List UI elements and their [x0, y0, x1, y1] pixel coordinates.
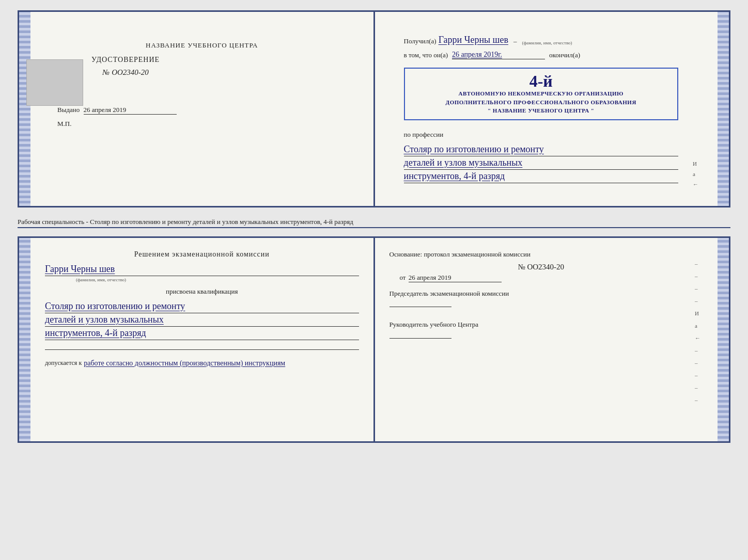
spine-right-bottom	[718, 238, 729, 441]
rukovoditel-label: Руководитель учебного Центра	[389, 321, 479, 328]
stamp-year: 4-й	[412, 73, 671, 89]
spine-left-bottom	[19, 238, 30, 441]
stamp-line3: " НАЗВАНИЕ УЧЕБНОГО ЦЕНТРА "	[412, 106, 671, 115]
stamp-line2: ДОПОЛНИТЕЛЬНОГО ПРОФЕССИОНАЛЬНОГО ОБРАЗО…	[412, 98, 671, 107]
poluchil-line: Получил(а) Гарри Черны шев – (фамилия, и…	[404, 35, 679, 45]
number-bottom: № OO2340-20	[389, 263, 693, 271]
vydano-label: Выдано	[57, 106, 80, 114]
vtom-chto-line: в том, что он(а) 26 апреля 2019г. окончи…	[404, 51, 679, 59]
qual-line2: деталей и узлов музыкальных	[45, 314, 359, 327]
right-page-content: Получил(а) Гарри Черны шев – (фамилия, и…	[392, 26, 691, 191]
bottom-document: Решением экзаменационной комиссии Гарри …	[18, 236, 730, 443]
profession-line3-top: инструментов, 4-й разряд	[404, 171, 679, 183]
dash1: –	[695, 261, 701, 267]
org-name-top: НАЗВАНИЕ УЧЕБНОГО ЦЕНТРА	[135, 37, 268, 54]
dash3: –	[695, 285, 701, 292]
side-arrow-top: ←	[693, 181, 699, 187]
dopuskaetsya-line: допускается к работе согласно должностны…	[45, 359, 359, 367]
udostoverenie-number: № OO2340-20	[91, 66, 160, 78]
side-a-top: а	[693, 171, 699, 177]
dash8: –	[695, 385, 701, 391]
fio-hint-bottom: (фамилия, имя, отчество)	[45, 277, 359, 282]
vtom-label: в том, что он(а)	[404, 51, 448, 59]
dash5: –	[695, 347, 701, 354]
bottom-left-page: Решением экзаменационной комиссии Гарри …	[30, 238, 375, 441]
profession-line2-top: деталей и узлов музыкальных	[404, 157, 679, 170]
side-captions-top: И а ←	[691, 26, 701, 191]
spine-left	[19, 12, 30, 206]
dopuskaetsya-label: допускается к	[45, 359, 82, 367]
dash7: –	[695, 372, 701, 378]
side-arrow-bottom: ←	[695, 335, 701, 341]
middle-caption: Рабочая специальность - Столяр по изгото…	[18, 216, 730, 228]
ot-date-value: 26 апреля 2019	[409, 274, 502, 282]
photo-placeholder	[26, 59, 83, 106]
dash2: –	[695, 273, 701, 279]
predsedatel-block: Председатель экзаменационной комиссии	[389, 289, 693, 308]
profession-lines-top: Столяр по изготовлению и ремонту деталей…	[404, 144, 679, 183]
prisvoena-text: присвоена квалификация	[45, 287, 359, 296]
okonchil-label: окончил(а)	[549, 51, 580, 59]
udostoverenie-section: УДОСТОВЕРЕНИЕ № OO2340-20	[91, 54, 160, 78]
predsedatel-label: Председатель экзаменационной комиссии	[389, 290, 509, 297]
qual-line1: Столяр по изготовлению и ремонту	[45, 301, 359, 313]
fio-hint-top: (фамилия, имя, отчество)	[522, 40, 572, 45]
bottom-right-page: Основание: протокол экзаменационной коми…	[375, 238, 718, 441]
top-left-page: НАЗВАНИЕ УЧЕБНОГО ЦЕНТРА УДОСТОВЕРЕНИЕ №…	[30, 12, 375, 206]
dash9: –	[695, 397, 701, 403]
side-i-top: И	[693, 161, 699, 167]
vtom-date: 26 апреля 2019г.	[452, 51, 545, 59]
side-captions-bottom: – – – – И а ← – – – – –	[693, 250, 703, 429]
mp-line: М.П.	[57, 120, 347, 128]
predsedatel-sig-line	[389, 307, 451, 307]
side-i-bottom: И	[695, 310, 701, 316]
dash4: –	[695, 298, 701, 304]
spine-right-top	[718, 12, 729, 206]
top-right-page: Получил(а) Гарри Черны шев – (фамилия, и…	[375, 12, 718, 206]
profession-line1-top: Столяр по изготовлению и ремонту	[404, 144, 679, 156]
rukovoditel-sig-line	[389, 338, 451, 339]
stamp-line1: АВТОНОМНУЮ НЕКОММЕРЧЕСКУЮ ОРГАНИЗАЦИЮ	[412, 89, 671, 98]
stamp-box: 4-й АВТОНОМНУЮ НЕКОММЕРЧЕСКУЮ ОРГАНИЗАЦИ…	[404, 68, 679, 120]
name-handwritten-bottom: Гарри Черны шев	[45, 264, 359, 276]
osnovanie-title: Основание: протокол экзаменационной коми…	[389, 250, 693, 259]
name-block-bottom: Гарри Черны шев (фамилия, имя, отчество)	[45, 264, 359, 282]
udostoverenie-title: УДОСТОВЕРЕНИЕ	[91, 54, 160, 66]
recipient-name-top: Гарри Черны шев	[439, 35, 508, 45]
ot-label: от	[400, 274, 406, 281]
document-container: НАЗВАНИЕ УЧЕБНОГО ЦЕНТРА УДОСТОВЕРЕНИЕ №…	[18, 10, 730, 443]
rukovoditel-block: Руководитель учебного Центра	[389, 319, 693, 339]
qual-line3: инструментов, 4-й разряд	[45, 328, 359, 340]
side-a-bottom: а	[695, 323, 701, 329]
dash6: –	[695, 360, 701, 366]
top-document: НАЗВАНИЕ УЧЕБНОГО ЦЕНТРА УДОСТОВЕРЕНИЕ №…	[18, 10, 730, 207]
profession-lines-bottom: Столяр по изготовлению и ремонту деталей…	[45, 301, 359, 340]
poluchil-label: Получил(а)	[404, 37, 437, 45]
dopuskaetsya-value: работе согласно должностным (производств…	[84, 359, 285, 367]
bottom-right-content: Основание: протокол экзаменационной коми…	[389, 250, 693, 429]
resheniem-title: Решением экзаменационной комиссии	[45, 250, 359, 259]
vydano-line: Выдано 26 апреля 2019	[57, 106, 347, 115]
ot-date: от 26 апреля 2019	[389, 274, 693, 282]
po-professii-label: по профессии	[404, 131, 679, 139]
vydano-date: 26 апреля 2019	[84, 106, 177, 115]
